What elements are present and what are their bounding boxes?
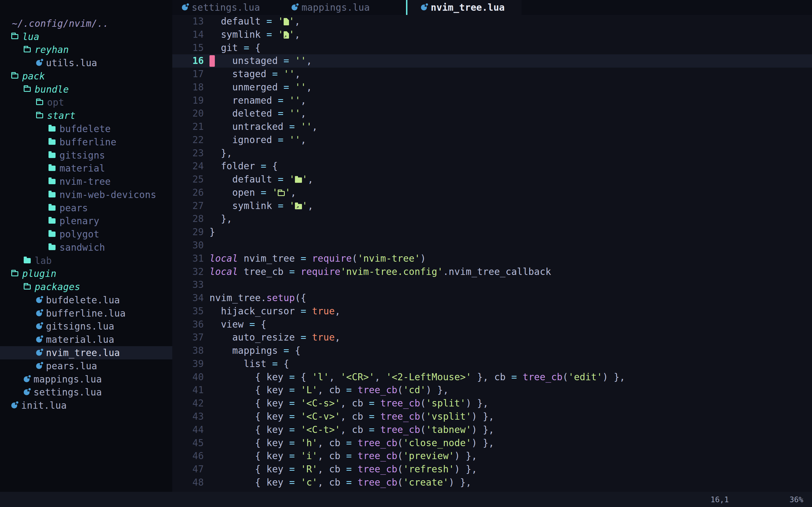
code-line[interactable]: 39 list = { — [172, 357, 812, 371]
code-line[interactable]: 37 auto_resize = true, — [172, 331, 812, 344]
tree-item-nvim-web-devicons[interactable]: nvim-web-devicons — [0, 188, 172, 202]
tree-item-pears.lua[interactable]: pears.lua — [0, 359, 172, 373]
tree-item-material[interactable]: material — [0, 162, 172, 175]
code-line[interactable]: 36 view = { — [172, 318, 812, 331]
code-line[interactable]: 20 deleted = '', — [172, 107, 812, 120]
code-line[interactable]: 29} — [172, 226, 812, 239]
code-text: staged = '', — [209, 68, 301, 81]
tree-item-nvim_tree.lua[interactable]: nvim_tree.lua — [0, 346, 172, 359]
line-number: 27 — [172, 200, 204, 213]
code-line[interactable]: 47 { key = 'R', cb = tree_cb('refresh') … — [172, 463, 812, 476]
tree-item-polygot[interactable]: polygot — [0, 228, 172, 241]
code-line[interactable]: 34nvim_tree.setup({ — [172, 291, 812, 305]
code-line[interactable]: 26 open = '', — [172, 186, 812, 200]
code-line[interactable]: 18 unmerged = '', — [172, 81, 812, 94]
code-line[interactable]: 25 default = '', — [172, 173, 812, 186]
lua-icon — [36, 363, 42, 369]
line-number: 28 — [172, 212, 204, 226]
tab-label: nvim_tree.lua — [431, 2, 505, 13]
tree-item-sandwich[interactable]: sandwich — [0, 241, 172, 254]
code-line[interactable]: 45 { key = 'h', cb = tree_cb('close_node… — [172, 437, 812, 450]
tree-item-lab[interactable]: lab — [0, 254, 172, 267]
tree-item-nvim-tree[interactable]: nvim-tree — [0, 175, 172, 188]
code-line[interactable]: 19 renamed = '', — [172, 94, 812, 107]
code-line[interactable]: 44 { key = '<C-t>', cb = tree_cb('tabnew… — [172, 424, 812, 437]
tree-item-bufdelete[interactable]: bufdelete — [0, 122, 172, 135]
tree-item-pack[interactable]: pack — [0, 69, 172, 83]
tree-item-settings.lua[interactable]: settings.lua — [0, 386, 172, 399]
lua-icon — [36, 311, 42, 316]
line-number: 37 — [172, 331, 204, 344]
code-text: { key = '<C-s>', cb = tree_cb('split') }… — [209, 397, 489, 410]
tree-item-label: gitsigns.lua — [46, 321, 114, 332]
tree-item-bundle[interactable]: bundle — [0, 83, 172, 96]
tree-item-material.lua[interactable]: material.lua — [0, 333, 172, 346]
folder-closed-icon — [49, 245, 56, 250]
status-bar: 16,1 36% — [0, 492, 812, 507]
code-line[interactable]: 40 { key = { 'l', '<CR>', '<2-LeftMouse>… — [172, 371, 812, 384]
lua-file-icon — [421, 4, 427, 10]
line-number: 14 — [172, 28, 204, 41]
code-text: ignored = '', — [209, 133, 306, 147]
line-number: 20 — [172, 107, 204, 120]
code-line[interactable]: 41 { key = 'L', cb = tree_cb('cd') }, — [172, 384, 812, 397]
line-number: 15 — [172, 41, 204, 55]
tree-item-gitsigns[interactable]: gitsigns — [0, 149, 172, 162]
tree-root[interactable]: ~/.config/nvim/.. — [0, 17, 172, 30]
tree-item-reyhan[interactable]: reyhan — [0, 43, 172, 57]
code-line[interactable]: 27 symlink = '', — [172, 200, 812, 213]
line-number: 17 — [172, 68, 204, 81]
code-line[interactable]: 15 git = { — [172, 41, 812, 55]
tree-item-label: nvim_tree.lua — [46, 347, 120, 358]
line-number: 25 — [172, 173, 204, 186]
code-line[interactable]: 30 — [172, 239, 812, 252]
code-text: deleted = '', — [209, 107, 306, 120]
tree-item-plenary[interactable]: plenary — [0, 214, 172, 228]
code-line[interactable]: 43 { key = '<C-v>', cb = tree_cb('vsplit… — [172, 410, 812, 424]
tree-item-gitsigns.lua[interactable]: gitsigns.lua — [0, 320, 172, 333]
code-line[interactable]: 42 { key = '<C-s>', cb = tree_cb('split'… — [172, 397, 812, 410]
tree-item-label: pears — [59, 203, 88, 214]
editor-buffer[interactable]: 13 default = '',14 symlink = '',15 git =… — [172, 15, 812, 492]
tree-item-label: plenary — [59, 216, 99, 226]
code-line[interactable]: 14 symlink = '', — [172, 28, 812, 41]
tree-item-bufferline.lua[interactable]: bufferline.lua — [0, 307, 172, 320]
code-line[interactable]: 35 hijack_cursor = true, — [172, 305, 812, 318]
tree-item-bufferline[interactable]: bufferline — [0, 135, 172, 149]
tree-item-label: opt — [47, 97, 64, 108]
tree-item-utils.lua[interactable]: utils.lua — [0, 56, 172, 69]
tab-settings.lua[interactable]: settings.lua — [172, 0, 276, 15]
code-line[interactable]: 22 ignored = '', — [172, 133, 812, 147]
code-line[interactable]: 48 { key = 'c', cb = tree_cb('create') }… — [172, 476, 812, 489]
file-icon — [284, 18, 289, 25]
code-line[interactable]: 21 untracked = '', — [172, 120, 812, 133]
code-line[interactable]: 16 unstaged = '', — [172, 54, 812, 68]
tab-nvim_tree.lua[interactable]: nvim_tree.lua — [407, 0, 522, 15]
code-line[interactable]: 23 }, — [172, 147, 812, 160]
tree-item-packages[interactable]: packages — [0, 280, 172, 293]
tree-item-bufdelete.lua[interactable]: bufdelete.lua — [0, 293, 172, 307]
block-cursor — [209, 55, 215, 67]
tree-item-pears[interactable]: pears — [0, 202, 172, 215]
code-text: nvim_tree.setup({ — [209, 291, 306, 305]
tree-item-opt[interactable]: opt — [0, 96, 172, 109]
tab-mappings.lua[interactable]: mappings.lua — [276, 0, 386, 15]
folder-open-icon — [24, 284, 31, 290]
code-line[interactable]: 31local nvim_tree = require('nvim-tree') — [172, 252, 812, 265]
tree-item-mappings.lua[interactable]: mappings.lua — [0, 373, 172, 386]
code-line[interactable]: 13 default = '', — [172, 15, 812, 28]
code-line[interactable]: 32local tree_cb = require'nvim-tree.conf… — [172, 265, 812, 279]
tree-item-lua[interactable]: lua — [0, 30, 172, 43]
folder-icon — [295, 177, 302, 183]
tree-item-init.lua[interactable]: init.lua — [0, 399, 172, 412]
code-line[interactable]: 24 folder = { — [172, 160, 812, 173]
code-line[interactable]: 46 { key = 'i', cb = tree_cb('preview') … — [172, 450, 812, 463]
code-line[interactable]: 33 — [172, 278, 812, 291]
folder-closed-icon — [49, 166, 56, 171]
tree-item-start[interactable]: start — [0, 109, 172, 122]
code-line[interactable]: 38 mappings = { — [172, 344, 812, 357]
tree-item-plugin[interactable]: plugin — [0, 267, 172, 281]
code-line[interactable]: 17 staged = '', — [172, 68, 812, 81]
code-line[interactable]: 28 }, — [172, 212, 812, 226]
line-number: 36 — [172, 318, 204, 331]
